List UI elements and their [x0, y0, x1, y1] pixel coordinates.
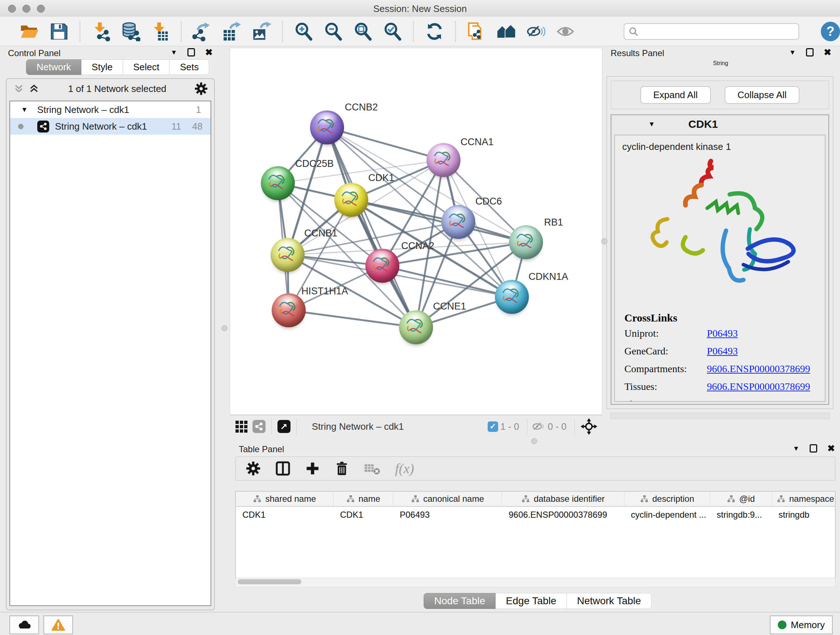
network-node-ccna2[interactable]: [365, 249, 399, 283]
import-network-database-icon[interactable]: [121, 22, 141, 41]
column-header-namespace[interactable]: namespace: [772, 492, 836, 507]
houses-icon[interactable]: [496, 22, 516, 41]
crosslink-link[interactable]: 9606.ENSP00000378699: [707, 381, 810, 393]
expand-all-icon[interactable]: [28, 83, 40, 94]
crosslink-link[interactable]: P06493: [707, 328, 738, 339]
column-header-name[interactable]: name: [333, 492, 393, 507]
column-header--id[interactable]: @id: [710, 492, 772, 507]
table-panel-float-icon[interactable]: ▼: [793, 445, 799, 453]
scrollbar-thumb[interactable]: [238, 579, 302, 584]
hidden-eye-slash-icon[interactable]: [532, 421, 546, 432]
save-session-icon[interactable]: [49, 22, 69, 41]
fit-content-crosshair-icon[interactable]: [581, 418, 597, 435]
table-cell[interactable]: 9606.ENSP00000378699: [502, 507, 624, 523]
table-horizontal-scrollbar[interactable]: [235, 578, 836, 587]
search-box[interactable]: [624, 23, 799, 40]
network-node-cdk1[interactable]: [334, 183, 368, 217]
tab-style[interactable]: Style: [81, 59, 123, 75]
search-input[interactable]: [642, 26, 794, 37]
left-splitter-handle[interactable]: [221, 325, 227, 331]
import-table-icon[interactable]: [150, 22, 170, 41]
table-options-gear-icon[interactable]: [246, 461, 261, 476]
collection-collapse-icon[interactable]: ▼: [21, 106, 28, 114]
column-header-database-identifier[interactable]: database identifier: [502, 492, 624, 507]
open-session-icon[interactable]: [19, 22, 39, 41]
network-node-cdkn1a[interactable]: [495, 280, 529, 314]
results-scrollbar[interactable]: [610, 413, 830, 419]
zoom-out-icon[interactable]: [324, 22, 343, 41]
control-panel-maximize-icon[interactable]: [187, 48, 195, 57]
network-edge[interactable]: [327, 127, 416, 327]
help-button[interactable]: ?: [821, 22, 840, 41]
tab-select[interactable]: Select: [123, 59, 170, 75]
network-node-rb1[interactable]: [509, 225, 543, 259]
network-node-ccnb1[interactable]: [271, 238, 305, 272]
network-collection-row[interactable]: ▼ String Network – cdk1 1: [10, 101, 210, 118]
results-panel-maximize-icon[interactable]: [806, 48, 813, 57]
collapse-all-button[interactable]: Collapse All: [725, 86, 800, 104]
grid-view-icon[interactable]: [235, 421, 248, 432]
first-neighbors-icon[interactable]: [467, 22, 486, 41]
network-badge-icon[interactable]: [253, 420, 265, 433]
tab-string[interactable]: String: [713, 60, 728, 67]
control-panel-float-icon[interactable]: ▼: [171, 49, 177, 57]
table-cell[interactable]: CDK1: [236, 507, 333, 523]
zoom-selected-icon[interactable]: [383, 22, 402, 41]
table-panel-close-icon[interactable]: ✖: [827, 444, 835, 453]
zoom-in-icon[interactable]: [294, 22, 313, 41]
import-network-file-icon[interactable]: [91, 22, 111, 41]
delete-column-icon[interactable]: [334, 461, 349, 476]
gene-section-header[interactable]: ▼ CDK1: [611, 115, 829, 133]
show-eye-icon[interactable]: [556, 22, 575, 41]
network-edge[interactable]: [289, 310, 416, 327]
network-node-cdc6[interactable]: [441, 205, 475, 239]
control-panel-close-icon[interactable]: ✖: [205, 48, 213, 57]
detach-view-icon[interactable]: [278, 420, 291, 433]
right-splitter-handle[interactable]: [601, 238, 607, 244]
tab-network-table[interactable]: Network Table: [567, 593, 652, 609]
collapse-all-icon[interactable]: [13, 83, 25, 94]
crosslink-link[interactable]: 9606.ENSP00000378699: [707, 363, 810, 375]
function-builder-icon[interactable]: f(x): [395, 461, 414, 477]
warnings-button[interactable]: [43, 616, 73, 634]
tab-sets[interactable]: Sets: [170, 59, 209, 75]
table-cell[interactable]: cyclin-dependent ...: [624, 507, 710, 523]
delete-table-icon[interactable]: [364, 461, 381, 476]
export-network-icon[interactable]: [193, 22, 212, 41]
column-header-description[interactable]: description: [624, 492, 710, 507]
expand-all-button[interactable]: Expand All: [640, 86, 711, 104]
gene-collapse-icon[interactable]: ▼: [648, 120, 655, 128]
bottom-splitter-handle[interactable]: [531, 438, 537, 444]
export-image-icon[interactable]: [252, 22, 271, 41]
table-cell[interactable]: CDK1: [333, 507, 393, 523]
tab-network[interactable]: Network: [26, 59, 81, 75]
table-cell[interactable]: stringdb: [772, 507, 836, 523]
network-options-gear-icon[interactable]: [195, 82, 208, 95]
hide-nodes-eye-icon[interactable]: [526, 22, 546, 41]
show-columns-icon[interactable]: [275, 461, 291, 477]
refresh-icon[interactable]: [425, 22, 444, 41]
zoom-fit-icon[interactable]: [353, 22, 373, 41]
column-header-canonical-name[interactable]: canonical name: [393, 492, 502, 507]
export-table-icon[interactable]: [222, 22, 242, 41]
network-node-ccne1[interactable]: [399, 310, 433, 344]
table-row[interactable]: CDK1CDK1P064939606.ENSP00000378699cyclin…: [236, 507, 835, 523]
network-node-cdc25b[interactable]: [261, 166, 295, 200]
network-canvas[interactable]: CCNB2CCNA1CDC25BCDK1CDC6RB1CCNB1CCNA2CDK…: [230, 48, 602, 415]
table-panel-maximize-icon[interactable]: [810, 444, 817, 453]
tab-node-table[interactable]: Node Table: [424, 593, 496, 609]
column-header-shared-name[interactable]: shared name: [236, 492, 333, 507]
network-node-ccna1[interactable]: [426, 143, 461, 177]
results-panel-close-icon[interactable]: ✖: [824, 48, 831, 57]
memory-button[interactable]: Memory: [770, 616, 833, 634]
tab-edge-table[interactable]: Edge Table: [496, 593, 567, 609]
network-node-ccnb2[interactable]: [310, 111, 344, 144]
crosslink-link[interactable]: P06493: [707, 345, 738, 357]
selected-checkbox-icon[interactable]: ✓: [488, 421, 498, 432]
crosslink-link[interactable]: P06493: [707, 399, 738, 402]
network-node-hist1h1a[interactable]: [272, 293, 306, 327]
results-panel-float-icon[interactable]: ▼: [789, 49, 796, 57]
network-row[interactable]: String Network – cdk1 11 48: [10, 118, 210, 135]
node-table[interactable]: shared namenamecanonical namedatabase id…: [235, 491, 836, 579]
table-cell[interactable]: P06493: [393, 507, 502, 523]
